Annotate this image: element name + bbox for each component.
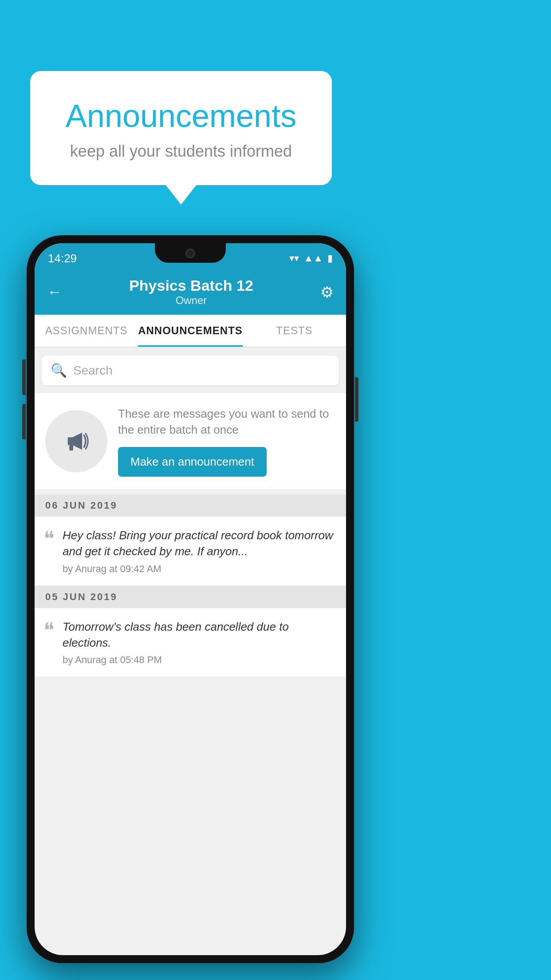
quote-icon-2: ❝ bbox=[43, 620, 55, 641]
tab-announcements[interactable]: ANNOUNCEMENTS bbox=[138, 315, 243, 347]
header-subtitle: Owner bbox=[129, 294, 253, 307]
power-button bbox=[355, 377, 358, 422]
search-bar[interactable]: 🔍 Search bbox=[42, 356, 339, 385]
announcement-meta-1: by Anurag at 09:42 AM bbox=[63, 563, 337, 575]
content-area: 🔍 Search These ar bbox=[35, 348, 346, 676]
header-title: Physics Batch 12 bbox=[129, 277, 253, 294]
date-divider-june6: 06 JUN 2019 bbox=[35, 494, 346, 517]
speech-bubble-subtitle: keep all your students informed bbox=[52, 142, 310, 161]
announcement-item-1[interactable]: ❝ Hey class! Bring your practical record… bbox=[35, 517, 346, 586]
tab-bar: ASSIGNMENTS ANNOUNCEMENTS TESTS bbox=[35, 315, 346, 348]
make-announcement-button[interactable]: Make an announcement bbox=[118, 447, 267, 477]
speech-bubble-card: Announcements keep all your students inf… bbox=[30, 71, 332, 185]
phone-screen: 14:29 ▾▾ ▲▲ ▮ ← Physics Batch 12 Owner ⚙ bbox=[35, 243, 346, 955]
wifi-icon: ▾▾ bbox=[289, 253, 299, 264]
promo-card: These are messages you want to send to t… bbox=[35, 393, 346, 489]
front-camera bbox=[185, 249, 195, 258]
svg-rect-0 bbox=[69, 445, 73, 450]
tab-tests[interactable]: TESTS bbox=[243, 315, 346, 347]
promo-description: These are messages you want to send to t… bbox=[118, 406, 335, 438]
search-icon: 🔍 bbox=[51, 363, 67, 378]
signal-icon: ▲▲ bbox=[303, 253, 323, 264]
phone-body: 14:29 ▾▾ ▲▲ ▮ ← Physics Batch 12 Owner ⚙ bbox=[27, 235, 354, 963]
app-header: ← Physics Batch 12 Owner ⚙ bbox=[35, 270, 346, 315]
volume-down-button bbox=[22, 404, 26, 439]
announcement-meta-2: by Anurag at 05:48 PM bbox=[63, 654, 337, 666]
phone-device: 14:29 ▾▾ ▲▲ ▮ ← Physics Batch 12 Owner ⚙ bbox=[27, 235, 354, 963]
announcement-text-group-2: Tomorrow's class has been cancelled due … bbox=[63, 619, 337, 666]
phone-notch bbox=[155, 243, 226, 263]
megaphone-icon bbox=[61, 426, 92, 457]
quote-icon-1: ❝ bbox=[43, 529, 55, 549]
status-icons: ▾▾ ▲▲ ▮ bbox=[289, 253, 333, 264]
settings-gear-icon[interactable]: ⚙ bbox=[320, 283, 334, 301]
header-title-group: Physics Batch 12 Owner bbox=[129, 277, 253, 307]
back-button[interactable]: ← bbox=[47, 283, 62, 300]
announcement-item-2[interactable]: ❝ Tomorrow's class has been cancelled du… bbox=[35, 608, 346, 677]
volume-up-button bbox=[22, 360, 26, 395]
date-divider-june5: 05 JUN 2019 bbox=[35, 586, 346, 608]
announcement-text-1: Hey class! Bring your practical record b… bbox=[63, 527, 337, 560]
announcement-text-group-1: Hey class! Bring your practical record b… bbox=[63, 527, 337, 575]
speech-bubble-title: Announcements bbox=[52, 98, 310, 134]
status-time: 14:29 bbox=[48, 252, 77, 265]
promo-text-group: These are messages you want to send to t… bbox=[118, 406, 335, 477]
search-placeholder: Search bbox=[73, 364, 113, 378]
promo-icon-circle bbox=[45, 410, 107, 472]
battery-icon: ▮ bbox=[327, 253, 333, 264]
tab-assignments[interactable]: ASSIGNMENTS bbox=[35, 315, 138, 347]
announcement-text-2: Tomorrow's class has been cancelled due … bbox=[63, 619, 337, 651]
